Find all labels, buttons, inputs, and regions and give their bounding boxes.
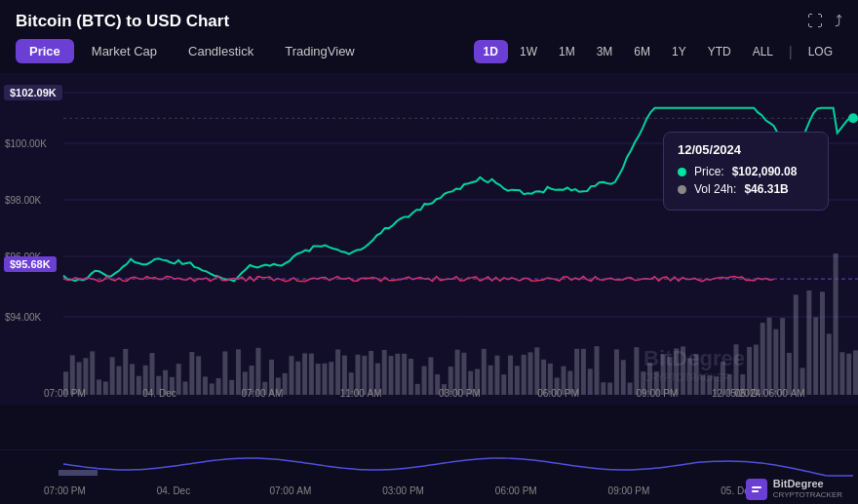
header: Bitcoin (BTC) to USD Chart ⛶ ⤴ xyxy=(0,0,858,39)
page-title: Bitcoin (BTC) to USD Chart xyxy=(16,12,229,31)
mini-chart-area xyxy=(0,449,858,477)
share-icon[interactable]: ⤴ xyxy=(835,13,842,30)
expand-icon[interactable]: ⛶ xyxy=(807,13,823,30)
bd-subtext: CRYPTOTRACKER xyxy=(773,490,842,500)
tooltip-price-value: $102,090.08 xyxy=(732,165,798,178)
price-label-top: $102.09K xyxy=(4,85,62,100)
tooltip-vol-value: $46.31B xyxy=(744,182,788,196)
time-1m[interactable]: 1M xyxy=(549,40,585,63)
tooltip-price-label: Price: xyxy=(694,165,724,178)
main-container: Bitcoin (BTC) to USD Chart ⛶ ⤴ Price Mar… xyxy=(0,0,858,504)
bd-logo-text: BitDegree CRYPTOTRACKER xyxy=(773,478,842,500)
chart-area: $102.09K $95.68K 12/05/2024 Price: $102,… xyxy=(0,73,858,449)
bitdegree-logo: BitDegree CRYPTOTRACKER xyxy=(746,478,842,500)
tabs-row: Price Market Cap Candlestick TradingView… xyxy=(0,39,858,73)
time-3m[interactable]: 3M xyxy=(587,40,623,63)
time-all[interactable]: ALL xyxy=(743,40,783,63)
bd-icon-svg xyxy=(750,483,763,496)
header-icons: ⛶ ⤴ xyxy=(807,13,842,30)
chart-type-tabs: Price Market Cap Candlestick TradingView xyxy=(16,39,369,63)
tab-tradingview[interactable]: TradingView xyxy=(271,39,369,63)
time-period-group: 1D 1W 1M 3M 6M 1Y YTD ALL | LOG xyxy=(474,40,842,63)
x-axis-bar: BitDegree CRYPTOTRACKER xyxy=(0,477,858,504)
tooltip-vol-label: Vol 24h: xyxy=(694,182,736,196)
svg-rect-1 xyxy=(752,490,759,492)
time-ytd[interactable]: YTD xyxy=(698,40,741,63)
log-button[interactable]: LOG xyxy=(799,40,842,63)
time-divider: | xyxy=(789,44,793,59)
tooltip-vol-row: Vol 24h: $46.31B xyxy=(678,182,814,196)
time-1w[interactable]: 1W xyxy=(510,40,547,63)
main-chart-canvas[interactable] xyxy=(0,73,858,405)
tab-marketcap[interactable]: Market Cap xyxy=(78,39,171,63)
bd-name: BitDegree xyxy=(773,478,842,490)
tab-candlestick[interactable]: Candlestick xyxy=(175,39,267,63)
tooltip-date: 12/05/2024 xyxy=(678,142,814,157)
mini-chart-canvas[interactable] xyxy=(0,450,858,478)
time-1y[interactable]: 1Y xyxy=(662,40,696,63)
price-label-bottom: $95.68K xyxy=(4,256,57,272)
tooltip-price-row: Price: $102,090.08 xyxy=(678,165,814,178)
time-6m[interactable]: 6M xyxy=(624,40,660,63)
vol-dot xyxy=(678,185,686,194)
time-1d[interactable]: 1D xyxy=(474,40,508,63)
bd-logo-icon xyxy=(746,479,767,500)
price-dot xyxy=(678,168,686,176)
svg-rect-0 xyxy=(752,486,761,488)
price-tooltip: 12/05/2024 Price: $102,090.08 Vol 24h: $… xyxy=(663,132,829,211)
tab-price[interactable]: Price xyxy=(16,39,74,63)
x-axis-canvas xyxy=(0,477,858,504)
